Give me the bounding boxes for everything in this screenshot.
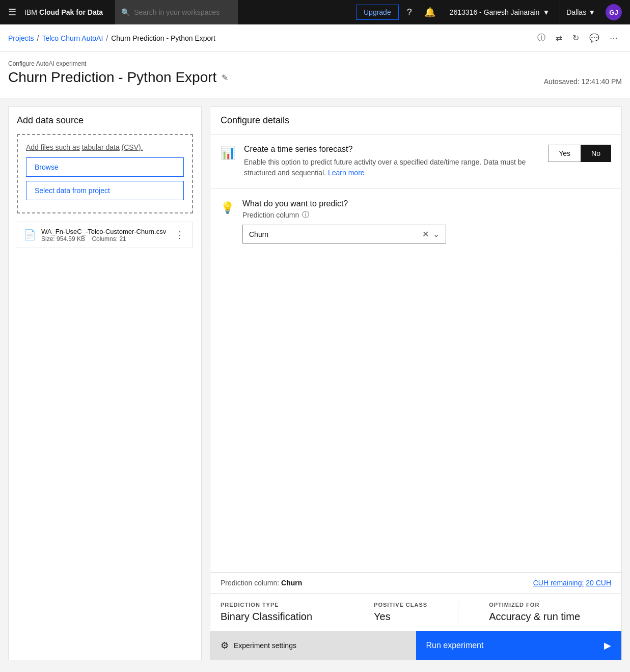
run-experiment-button[interactable]: Run experiment ▶: [416, 631, 622, 660]
optimized-value: Accuracy & run time: [489, 611, 580, 623]
yes-no-group: Yes No: [548, 145, 611, 162]
settings-label: Experiment settings: [234, 641, 296, 650]
run-arrow-icon: ▶: [604, 640, 611, 651]
top-navigation: ☰ IBM Cloud Pak for Data 🔍 Upgrade ? 🔔 2…: [0, 0, 630, 24]
comment-icon[interactable]: 💬: [585, 31, 604, 45]
more-icon[interactable]: ⋯: [606, 31, 622, 45]
main-content: Add data source Add files such as tabula…: [0, 98, 630, 668]
configure-details-header: Configure details: [210, 107, 621, 135]
select-project-button[interactable]: Select data from project: [26, 181, 184, 200]
drop-text-after: (CSV).: [122, 143, 143, 151]
menu-icon[interactable]: ☰: [8, 7, 16, 18]
file-icon: 📄: [23, 229, 36, 241]
lightbulb-icon: 💡: [221, 201, 234, 214]
chevron-down-icon: ▼: [542, 8, 550, 16]
cuh-value-link[interactable]: 20 CUH: [586, 579, 611, 587]
status-bar: Prediction column: Churn CUH remaining: …: [210, 572, 621, 593]
pos-class-value: Yes: [374, 611, 427, 623]
share-icon[interactable]: ⇄: [552, 31, 566, 45]
prediction-dropdown[interactable]: Churn ✕ ⌄: [242, 225, 446, 244]
clear-icon[interactable]: ✕: [422, 229, 429, 239]
learn-more-link[interactable]: Learn more: [328, 169, 365, 177]
chevron-down-icon: ▼: [588, 8, 595, 16]
settings-icon: ⚙: [221, 640, 229, 651]
pred-type-divider: [343, 602, 343, 623]
status-prediction-label: Prediction column: Churn: [221, 579, 302, 587]
prediction-content: What do you want to predict? Prediction …: [242, 199, 611, 244]
drop-text-before: Add files such as: [26, 143, 80, 151]
page-header: Configure AutoAI experiment Churn Predic…: [0, 52, 630, 98]
user-name: 2613316 - Ganesh Jainarain: [450, 8, 540, 16]
status-cuh: CUH remaining: 20 CUH: [533, 579, 611, 587]
optimized-label: OPTIMIZED FOR: [489, 602, 580, 608]
prediction-label-row: Prediction column ⓘ: [242, 210, 611, 220]
pred-type-label: PREDICTION TYPE: [221, 602, 312, 608]
autosave-status: Autosaved: 12:41:40 PM: [544, 77, 622, 86]
right-panel: Configure details 📊 Create a time series…: [210, 106, 622, 660]
file-menu-button[interactable]: ⋮: [173, 227, 186, 243]
breadcrumb-actions: ⓘ ⇄ ↻ 💬 ⋯: [533, 31, 622, 45]
no-button[interactable]: No: [581, 145, 611, 162]
info-circle-icon[interactable]: ⓘ: [302, 210, 309, 220]
time-series-desc: Enable this option to predict future act…: [244, 157, 540, 178]
breadcrumb-telco[interactable]: Telco Churn AutoAI: [42, 34, 103, 42]
run-label: Run experiment: [426, 641, 484, 650]
brand: IBM Cloud Pak for Data: [24, 8, 103, 16]
location-label: Dallas: [566, 8, 586, 16]
prediction-section: 💡 What do you want to predict? Predictio…: [210, 189, 621, 254]
pred-type-value: Binary Classification: [221, 611, 312, 623]
time-series-title: Create a time series forecast?: [244, 145, 540, 154]
prediction-title: What do you want to predict?: [242, 199, 611, 208]
chevron-down-icon[interactable]: ⌄: [433, 229, 440, 239]
time-series-icon: 📊: [221, 146, 236, 160]
search-bar[interactable]: 🔍: [115, 0, 237, 24]
tabular-data-link[interactable]: tabular data: [82, 143, 120, 151]
search-icon: 🔍: [121, 8, 130, 16]
breadcrumb: Projects / Telco Churn AutoAI / Churn Pr…: [0, 24, 630, 52]
pos-class-label: POSITIVE CLASS: [374, 602, 427, 608]
file-name: WA_Fn-UseC_-Telco-Customer-Churn.csv: [41, 228, 173, 235]
file-meta: Size: 954.59 KB Columns: 21: [41, 235, 173, 243]
footer-bar: ⚙ Experiment settings Run experiment ▶: [210, 631, 621, 660]
history-icon[interactable]: ↻: [568, 31, 583, 45]
breadcrumb-projects[interactable]: Projects: [8, 34, 34, 42]
breadcrumb-current: Churn Prediction - Python Export: [111, 34, 215, 42]
upgrade-button[interactable]: Upgrade: [356, 5, 399, 20]
brand-ibm: IBM: [24, 8, 37, 16]
info-icon[interactable]: ⓘ: [533, 31, 550, 45]
page-title: Churn Prediction - Python Export: [8, 69, 216, 86]
help-icon[interactable]: ?: [403, 3, 416, 22]
time-series-content: Create a time series forecast? Enable th…: [244, 145, 540, 178]
optimized-section: OPTIMIZED FOR Accuracy & run time: [489, 602, 580, 623]
drop-zone-text: Add files such as tabular data (CSV).: [26, 143, 184, 151]
prediction-column-label: Prediction column: [242, 211, 299, 219]
experiment-settings-button[interactable]: ⚙ Experiment settings: [210, 631, 416, 660]
prediction-type-bar: PREDICTION TYPE Binary Classification PO…: [210, 593, 621, 631]
notifications-icon[interactable]: 🔔: [420, 3, 440, 22]
file-size: Size: 954.59 KB: [41, 235, 85, 243]
pred-type-section: PREDICTION TYPE Binary Classification: [221, 602, 312, 623]
browse-button[interactable]: Browse: [26, 157, 184, 177]
pred-type-divider-2: [458, 602, 458, 623]
user-menu-button[interactable]: 2613316 - Ganesh Jainarain ▼: [444, 0, 556, 24]
left-panel: Add data source Add files such as tabula…: [8, 106, 202, 660]
breadcrumb-sep-1: /: [34, 34, 42, 42]
pos-class-section: POSITIVE CLASS Yes: [374, 602, 427, 623]
prediction-dropdown-value: Churn: [249, 230, 422, 238]
drop-zone: Add files such as tabular data (CSV). Br…: [17, 134, 193, 213]
file-info: WA_Fn-UseC_-Telco-Customer-Churn.csv Siz…: [41, 228, 173, 243]
left-panel-title: Add data source: [17, 115, 193, 126]
edit-icon[interactable]: ✎: [222, 73, 228, 83]
configure-spacer: [210, 254, 621, 572]
page-sub-label: Configure AutoAI experiment: [8, 60, 622, 67]
avatar[interactable]: GJ: [606, 4, 622, 20]
brand-product: Cloud Pak for Data: [39, 8, 103, 16]
search-input[interactable]: [134, 8, 231, 16]
file-columns: Columns: 21: [92, 235, 126, 243]
file-item: 📄 WA_Fn-UseC_-Telco-Customer-Churn.csv S…: [17, 222, 193, 248]
breadcrumb-sep-2: /: [103, 34, 111, 42]
time-series-section: 📊 Create a time series forecast? Enable …: [210, 135, 621, 189]
yes-button[interactable]: Yes: [548, 145, 581, 162]
location-button[interactable]: Dallas ▼: [560, 0, 601, 24]
